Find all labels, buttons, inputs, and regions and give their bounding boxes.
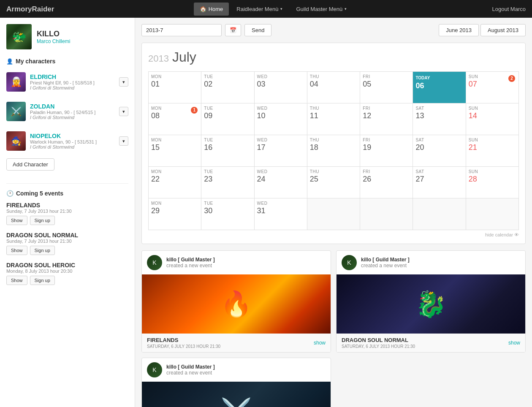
- event-show-dragonsoul-normal[interactable]: Show: [6, 246, 27, 255]
- event-name-dragonsoul-heroic: DRAGON SOUL HEROIC: [6, 262, 128, 269]
- calendar-cell[interactable]: WED 10: [254, 103, 307, 135]
- calendar-cell[interactable]: MON 22: [149, 167, 201, 198]
- calendar-picker-button[interactable]: 📅: [225, 24, 241, 36]
- event-signup-dragonsoul-normal[interactable]: Sign up: [30, 246, 55, 255]
- calendar-controls-right: June 2013 August 2013: [439, 24, 526, 36]
- char-guild-eldrich: I Grifoni di Stormwind: [30, 85, 115, 90]
- calendar-cell[interactable]: FRI 12: [360, 103, 413, 135]
- calendar-title: 2013July: [148, 49, 519, 65]
- calendar-cell[interactable]: SUN 28: [466, 167, 518, 198]
- nav-item-guildmaster[interactable]: Guild Master Menù ▾: [290, 3, 353, 16]
- day-header: FRI: [363, 138, 410, 142]
- calendar-cell[interactable]: FRI 05: [360, 72, 413, 103]
- activity-show-link-feed1[interactable]: show: [314, 340, 326, 346]
- sidebar: KILLO Marco Chillemi 👤 My characters ELD…: [0, 18, 135, 407]
- calendar-cell[interactable]: THU 04: [307, 72, 360, 103]
- calendar-cell[interactable]: WED 17: [254, 135, 307, 167]
- prev-month-button[interactable]: June 2013: [439, 24, 479, 36]
- event-show-dragonsoul-heroic[interactable]: Show: [6, 276, 27, 285]
- calendar-cell[interactable]: FRI 19: [360, 135, 413, 167]
- calendar-cell[interactable]: MON 1 08: [149, 103, 201, 135]
- day-header: TUE: [204, 169, 251, 174]
- nav-item-home[interactable]: 🏠 Home: [194, 3, 229, 16]
- calendar-cell[interactable]: TUE 16: [201, 135, 254, 167]
- add-character-button[interactable]: Add Character: [6, 158, 54, 171]
- calendar-cell[interactable]: TUE 23: [201, 167, 254, 198]
- activity-show-link-feed2[interactable]: show: [508, 340, 520, 346]
- calendar-cell[interactable]: TUE 02: [201, 72, 254, 103]
- day-header: TUE: [204, 138, 251, 142]
- day-header: MON: [151, 201, 198, 206]
- event-signup-dragonsoul-heroic[interactable]: Sign up: [30, 276, 55, 285]
- activity-text-feed3: killo [ Guild Master ] created a new eve…: [166, 364, 215, 376]
- day-number: 22: [151, 175, 198, 184]
- coming-events-label: Coming 5 events: [16, 190, 63, 197]
- calendar-cell[interactable]: TUE 30: [201, 198, 254, 230]
- next-month-button[interactable]: August 2013: [480, 24, 526, 36]
- calendar-cell[interactable]: THU 18: [307, 135, 360, 167]
- calendar-cell[interactable]: MON 01: [149, 72, 201, 103]
- calendar-cell[interactable]: SUN 14: [466, 103, 518, 135]
- day-number: 20: [415, 143, 463, 152]
- profile-subname[interactable]: Marco Chillemi: [37, 38, 70, 44]
- activity-footer-feed2: DRAGON SOUL NORMAL SATURDAY, 6 JULY 2013…: [337, 334, 525, 352]
- event-date-dragonsoul-heroic: Monday, 8 July 2013 hour 20:30: [6, 269, 128, 274]
- event-show-firelands[interactable]: Show: [6, 216, 27, 225]
- calendar-cell[interactable]: MON 29: [149, 198, 201, 230]
- char-dropdown-zoldan[interactable]: ▾: [119, 107, 128, 116]
- activity-text-feed2: killo [ Guild Master ] created a new eve…: [361, 257, 410, 269]
- char-dropdown-niopelok[interactable]: ▾: [119, 136, 128, 146]
- navbar: ArmoryRaider 🏠 Home Raidleader Menù ▾ Gu…: [0, 0, 532, 18]
- calendar-cell[interactable]: THU 11: [307, 103, 360, 135]
- nav-item-raidleader[interactable]: Raidleader Menù ▾: [231, 3, 288, 16]
- calendar-cell[interactable]: WED 24: [254, 167, 307, 198]
- event-actions-firelands: Show Sign up: [6, 216, 128, 225]
- day-number: 02: [204, 80, 251, 89]
- logout-button[interactable]: Logout Marco: [492, 6, 526, 12]
- activity-text-feed1: killo [ Guild Master ] created a new eve…: [166, 257, 215, 269]
- activity-event-date-feed1: SATURDAY, 6 JULY 2013 HOUR 21:30: [147, 344, 220, 349]
- day-header: WED: [257, 201, 304, 206]
- calendar-cell[interactable]: [466, 198, 518, 230]
- char-dropdown-eldrich[interactable]: ▾: [119, 77, 128, 87]
- calendar-cell[interactable]: SUN 2 07: [466, 72, 518, 103]
- profile-name: KILLO: [37, 30, 70, 38]
- char-desc-eldrich: Priest Night Elf, 90 - [ 518/518 ]: [30, 80, 115, 85]
- day-number: 07: [469, 80, 516, 89]
- nav-link-raidleader[interactable]: Raidleader Menù ▾: [231, 3, 288, 16]
- char-name-eldrich[interactable]: ELDRICH: [30, 73, 115, 80]
- calendar-cell[interactable]: SUN 21: [466, 135, 518, 167]
- nav-link-home[interactable]: 🏠 Home: [194, 3, 229, 16]
- brand-logo[interactable]: ArmoryRaider: [6, 5, 54, 14]
- calendar-cell[interactable]: SAT 27: [413, 167, 466, 198]
- calendar-cell[interactable]: [360, 198, 413, 230]
- nav-link-guildmaster[interactable]: Guild Master Menù ▾: [290, 3, 353, 16]
- activity-image-feed1: [142, 274, 331, 334]
- hide-calendar-link[interactable]: hide calendar 👁: [148, 230, 519, 237]
- calendar-cell[interactable]: WED 31: [254, 198, 307, 230]
- day-header: THU: [310, 74, 357, 79]
- event-signup-firelands[interactable]: Sign up: [30, 216, 55, 225]
- calendar-cell[interactable]: [307, 198, 360, 230]
- char-name-niopelok[interactable]: NIOPELOK: [30, 133, 115, 139]
- calendar-cell[interactable]: FRI 26: [360, 167, 413, 198]
- month-input[interactable]: [141, 24, 222, 36]
- calendar-cell[interactable]: SAT 13: [413, 103, 466, 135]
- char-name-zoldan[interactable]: ZOLDAN: [30, 103, 115, 110]
- activity-avatar-feed1: K: [147, 255, 162, 270]
- day-number: 03: [257, 80, 304, 89]
- calendar-cell[interactable]: TODAY 06: [413, 72, 466, 103]
- char-avatar-eldrich: [6, 72, 26, 92]
- send-button[interactable]: Send: [244, 24, 271, 36]
- calendar-cell[interactable]: WED 03: [254, 72, 307, 103]
- activity-card-feed3: K killo [ Guild Master ] created a new e…: [141, 358, 331, 407]
- activity-user-feed1: killo [ Guild Master ]: [166, 257, 215, 263]
- character-item-niopelok: NIOPELOK Warlock Human, 90 - [ 531/531 ]…: [6, 129, 128, 153]
- calendar-cell[interactable]: SAT 20: [413, 135, 466, 167]
- calendar-year: 2013: [148, 53, 169, 64]
- calendar-cell[interactable]: THU 25: [307, 167, 360, 198]
- calendar-cell[interactable]: TUE 09: [201, 103, 254, 135]
- calendar-cell[interactable]: MON 15: [149, 135, 201, 167]
- char-desc-niopelok: Warlock Human, 90 - [ 531/531 ]: [30, 139, 115, 144]
- calendar-cell[interactable]: [413, 198, 466, 230]
